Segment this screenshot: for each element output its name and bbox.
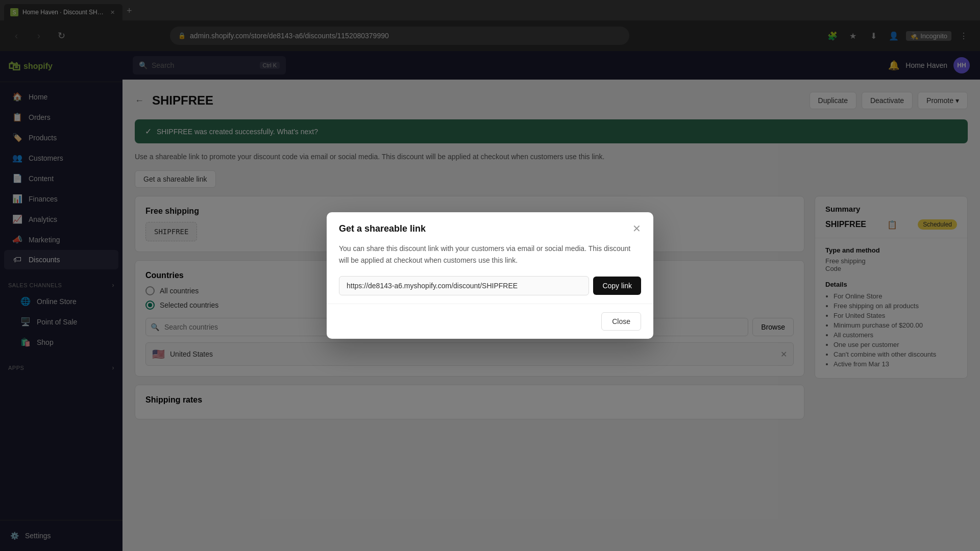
modal-close-button[interactable]: ✕ [632, 222, 641, 235]
shareable-link-input[interactable] [339, 276, 589, 295]
modal: Get a shareable link ✕ You can share thi… [327, 212, 653, 339]
link-row: Copy link [339, 276, 641, 295]
close-modal-button[interactable]: Close [601, 312, 641, 331]
modal-body: You can share this discount link with yo… [327, 243, 653, 304]
modal-header: Get a shareable link ✕ [327, 212, 653, 243]
modal-description: You can share this discount link with yo… [339, 243, 641, 266]
modal-footer: Close [327, 304, 653, 339]
modal-title: Get a shareable link [339, 223, 426, 234]
copy-link-button[interactable]: Copy link [593, 277, 641, 295]
modal-overlay[interactable]: Get a shareable link ✕ You can share thi… [0, 0, 980, 551]
